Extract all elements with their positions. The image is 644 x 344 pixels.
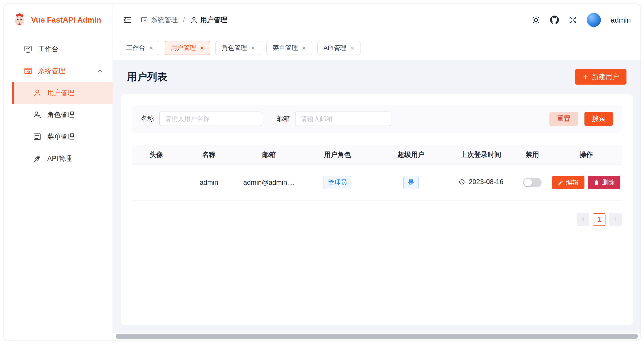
app-window: Vue FastAPI Admin 工作台 bbox=[3, 3, 641, 341]
tab-workbench[interactable]: 工作台 × bbox=[120, 41, 159, 55]
reset-button[interactable]: 重置 bbox=[550, 112, 578, 126]
delete-button[interactable]: 删除 bbox=[588, 176, 620, 189]
user-icon bbox=[33, 89, 42, 97]
name-filter-label: 名称 bbox=[140, 114, 154, 123]
search-button[interactable]: 搜索 bbox=[584, 112, 613, 126]
name-filter-input[interactable] bbox=[159, 112, 262, 126]
user-list-card: 名称 邮箱 重置 搜索 bbox=[121, 94, 632, 325]
column-header-name: 名称 bbox=[181, 145, 237, 164]
pencil-icon bbox=[558, 180, 564, 185]
name-cell: admin bbox=[181, 164, 237, 201]
tab-menu-management[interactable]: 菜单管理 × bbox=[266, 41, 312, 55]
sidebar-item-menu-management[interactable]: 菜单管理 bbox=[4, 126, 112, 148]
sidebar-nav: 工作台 系统管理 bbox=[4, 36, 112, 170]
close-icon[interactable]: × bbox=[149, 45, 153, 52]
close-icon[interactable]: × bbox=[302, 45, 306, 52]
sidebar: Vue FastAPI Admin 工作台 bbox=[4, 4, 113, 340]
sidebar-item-workbench[interactable]: 工作台 bbox=[4, 38, 112, 60]
disabled-cell bbox=[514, 164, 551, 201]
page-content: 用户列表 新建用户 名称 邮 bbox=[113, 60, 640, 332]
trash-icon bbox=[594, 180, 599, 185]
tab-label: 工作台 bbox=[126, 44, 145, 52]
email-filter-label: 邮箱 bbox=[276, 114, 290, 123]
theme-toggle-icon[interactable] bbox=[532, 16, 540, 24]
username[interactable]: admin bbox=[610, 16, 631, 24]
user-icon bbox=[190, 16, 198, 24]
close-icon[interactable]: × bbox=[200, 45, 204, 52]
column-header-email: 邮箱 bbox=[237, 145, 301, 164]
page-title: 用户列表 bbox=[127, 70, 167, 84]
disabled-toggle[interactable] bbox=[523, 178, 542, 187]
column-header-actions: 操作 bbox=[550, 145, 622, 164]
plus-icon bbox=[582, 74, 589, 80]
menu-list-icon bbox=[33, 132, 42, 141]
close-icon[interactable]: × bbox=[350, 45, 354, 52]
column-header-role: 用户角色 bbox=[301, 145, 374, 164]
app-logo[interactable]: Vue FastAPI Admin bbox=[4, 4, 112, 36]
api-rocket-icon bbox=[33, 154, 42, 163]
breadcrumb-label: 用户管理 bbox=[200, 15, 228, 25]
tab-bar: 工作台 × 用户管理 × 角色管理 × 菜单管理 × API管理 × bbox=[113, 36, 640, 60]
system-settings-icon bbox=[24, 67, 32, 75]
sidebar-item-user-management[interactable]: 用户管理 bbox=[12, 82, 112, 104]
breadcrumb-separator: / bbox=[183, 16, 185, 24]
collapse-sidebar-icon[interactable] bbox=[122, 15, 132, 25]
column-header-avatar: 头像 bbox=[132, 145, 181, 164]
monitor-icon bbox=[24, 45, 32, 54]
pagination-prev-button[interactable] bbox=[576, 213, 589, 226]
tab-label: 用户管理 bbox=[171, 44, 196, 52]
breadcrumb-system-management[interactable]: 系统管理 bbox=[140, 15, 178, 25]
table-row: admin admin@admin.... 管理员 是 bbox=[132, 164, 622, 201]
role-icon bbox=[33, 110, 42, 119]
topbar: 系统管理 / 用户管理 bbox=[113, 4, 640, 36]
column-header-last-login: 上次登录时间 bbox=[448, 145, 514, 164]
system-settings-icon bbox=[140, 16, 148, 24]
pagination: 1 bbox=[132, 213, 622, 226]
clock-icon bbox=[458, 178, 466, 186]
sidebar-item-role-management[interactable]: 角色管理 bbox=[4, 104, 112, 126]
edit-button[interactable]: 编辑 bbox=[552, 176, 584, 189]
sidebar-submenu: 用户管理 角色管理 bbox=[4, 82, 112, 170]
sidebar-item-label: 工作台 bbox=[38, 45, 58, 54]
rooster-logo-icon bbox=[13, 13, 26, 27]
tab-label: API管理 bbox=[324, 44, 346, 52]
pagination-page-1[interactable]: 1 bbox=[593, 213, 606, 226]
last-login-cell: 2023-08-16 bbox=[448, 164, 514, 201]
superuser-cell: 是 bbox=[374, 164, 448, 201]
avatar[interactable] bbox=[587, 13, 601, 27]
tab-role-management[interactable]: 角色管理 × bbox=[216, 41, 261, 55]
create-user-button[interactable]: 新建用户 bbox=[575, 69, 626, 85]
github-icon[interactable] bbox=[550, 16, 559, 24]
email-filter-input[interactable] bbox=[295, 112, 392, 126]
main-area: 系统管理 / 用户管理 bbox=[113, 4, 640, 340]
last-login-value: 2023-08-16 bbox=[469, 178, 504, 186]
actions-cell: 编辑 删除 bbox=[550, 164, 622, 201]
table-header-row: 头像 名称 邮箱 用户角色 超级用户 上次登录时间 禁用 操作 bbox=[132, 145, 622, 164]
sidebar-item-label: 菜单管理 bbox=[47, 132, 74, 141]
sidebar-item-label: 角色管理 bbox=[47, 110, 74, 119]
tab-api-management[interactable]: API管理 × bbox=[318, 41, 360, 55]
sidebar-item-label: API管理 bbox=[47, 154, 72, 163]
pagination-next-button[interactable] bbox=[609, 213, 622, 226]
tab-label: 菜单管理 bbox=[272, 44, 298, 52]
tab-user-management[interactable]: 用户管理 × bbox=[164, 41, 210, 55]
close-icon[interactable]: × bbox=[251, 45, 255, 52]
users-table: 头像 名称 邮箱 用户角色 超级用户 上次登录时间 禁用 操作 bbox=[132, 145, 622, 201]
sidebar-item-label: 用户管理 bbox=[47, 88, 74, 98]
column-header-disabled: 禁用 bbox=[514, 145, 551, 164]
sidebar-item-api-management[interactable]: API管理 bbox=[4, 148, 112, 170]
column-header-superuser: 超级用户 bbox=[374, 145, 448, 164]
breadcrumb-user-management[interactable]: 用户管理 bbox=[190, 15, 228, 25]
chevron-up-icon bbox=[96, 67, 104, 75]
breadcrumb: 系统管理 / 用户管理 bbox=[140, 15, 228, 25]
email-cell: admin@admin.... bbox=[237, 164, 301, 201]
filter-bar: 名称 邮箱 重置 搜索 bbox=[132, 105, 622, 133]
fullscreen-icon[interactable] bbox=[568, 16, 577, 24]
sidebar-item-system-management[interactable]: 系统管理 bbox=[4, 60, 112, 82]
tab-label: 角色管理 bbox=[222, 44, 247, 52]
sidebar-item-label: 系统管理 bbox=[38, 66, 65, 76]
breadcrumb-label: 系统管理 bbox=[150, 15, 178, 25]
role-cell: 管理员 bbox=[301, 164, 374, 201]
app-title: Vue FastAPI Admin bbox=[31, 16, 101, 24]
horizontal-scrollbar[interactable] bbox=[116, 334, 638, 339]
